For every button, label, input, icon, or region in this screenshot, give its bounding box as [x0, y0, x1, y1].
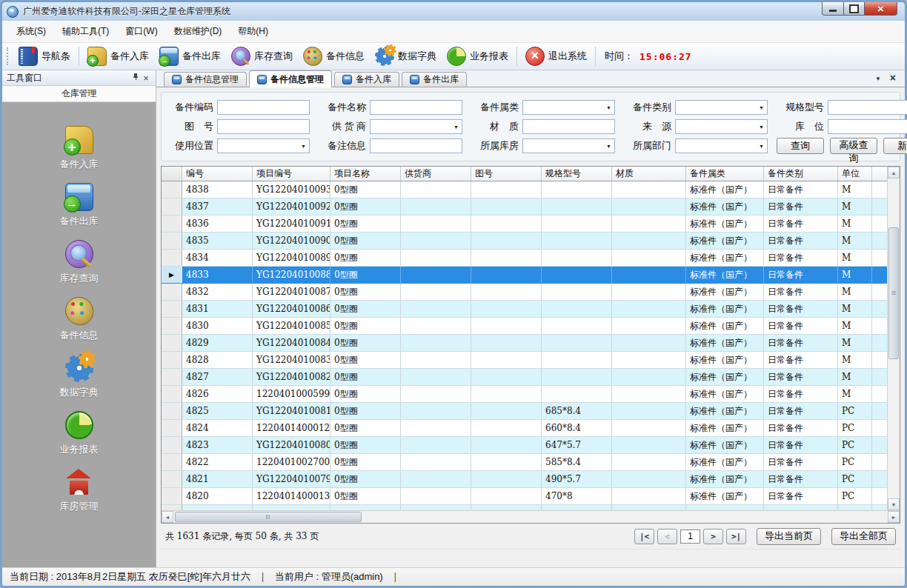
toolbar-button[interactable]: 备件信息 [298, 45, 370, 67]
v-scrollbar[interactable] [887, 167, 900, 510]
table-row[interactable]: 4831YG122040100860型圈标准件（国产）日常备件M [162, 301, 887, 318]
row-selector-cell[interactable] [162, 233, 182, 249]
table-row[interactable]: 4837YG122040100920型圈标准件（国产）日常备件M [162, 198, 887, 216]
toolbar-button[interactable]: 退出系统 [520, 45, 592, 67]
first-page-button[interactable]: |< [634, 529, 654, 544]
header-cell[interactable]: 项目编号 [253, 167, 330, 181]
header-cell[interactable]: 备件属类 [686, 167, 764, 181]
table-row[interactable]: 4825YG122040100810型圈685*8.4标准件（国产）日常备件PC [162, 403, 887, 420]
header-cell[interactable]: 材质 [612, 167, 686, 181]
table-row[interactable]: 482212204010027000型圈585*8.4标准件（国产）日常备件PC [162, 454, 887, 471]
table-row[interactable]: 482412204014000120型圈660*8.4标准件（国产）日常备件PC [162, 420, 887, 437]
table-row[interactable]: 4836YG122040100910型圈标准件（国产）日常备件M [162, 216, 887, 233]
row-selector-cell[interactable] [162, 420, 182, 436]
header-cell[interactable]: 项目名称 [330, 167, 401, 181]
row-selector-cell[interactable] [162, 386, 182, 402]
row-selector-cell[interactable] [162, 454, 182, 470]
header-cell[interactable]: 规格型号 [542, 167, 612, 181]
select-field[interactable] [675, 100, 768, 115]
row-selector-cell[interactable] [162, 198, 182, 215]
tab[interactable]: 备件出库 [402, 72, 467, 87]
row-selector-cell[interactable] [162, 369, 182, 385]
h-scroll-thumb[interactable] [175, 512, 362, 522]
select-field[interactable] [217, 138, 310, 153]
menu-item[interactable]: 数据维护(D) [166, 21, 230, 42]
table-row[interactable]: 4830YG122040100850型圈标准件（国产）日常备件M [162, 318, 887, 335]
header-cell[interactable]: 供货商 [401, 167, 471, 181]
select-field[interactable] [828, 100, 907, 115]
minimize-button[interactable] [822, 2, 844, 16]
row-selector-cell[interactable] [162, 284, 182, 300]
row-selector-cell[interactable] [162, 250, 182, 266]
table-row[interactable]: 482012204014000130型圈470*8标准件（国产）日常备件PC [162, 488, 887, 505]
last-page-button[interactable]: >| [726, 529, 746, 544]
tab[interactable]: 备件信息管理 [249, 70, 332, 87]
table-row[interactable]: 4833YG122040100880型圈标准件（国产）日常备件M [162, 267, 887, 284]
menu-item[interactable]: 系统(S) [8, 21, 54, 42]
new-button[interactable]: 新建 [883, 138, 907, 154]
next-page-button[interactable]: > [703, 529, 723, 544]
dropdown-arrow-icon[interactable] [451, 120, 462, 133]
table-row[interactable]: 482612204010005990型圈标准件（国产）日常备件M [162, 386, 887, 403]
sidebar-close-icon[interactable]: × [141, 73, 151, 84]
row-selector-cell[interactable] [162, 216, 182, 232]
toolbar-button[interactable]: 库存查询 [226, 45, 298, 67]
select-field[interactable] [522, 100, 615, 115]
text-field[interactable] [370, 138, 462, 153]
pin-icon[interactable] [130, 73, 141, 83]
h-scrollbar[interactable] [162, 510, 900, 523]
sidebar-item[interactable]: 库房管理 [60, 468, 99, 513]
toolbar-button[interactable]: 数据字典 [370, 45, 442, 67]
header-cell[interactable]: 单位 [838, 167, 872, 181]
export-current-page-button[interactable]: 导出当前页 [757, 528, 821, 545]
tab[interactable]: 备件信息管理 [164, 72, 247, 87]
table-row[interactable]: 4828YG122040100830型圈标准件（国产）日常备件M [162, 352, 887, 369]
sidebar-item[interactable]: 库存查询 [60, 240, 99, 285]
row-selector-cell[interactable] [162, 267, 182, 283]
table-row[interactable]: 4835YG122040100900型圈标准件（国产）日常备件M [162, 233, 887, 250]
table-row[interactable]: 4823YG122040100800型圈647*5.7标准件（国产）日常备件PC [162, 437, 887, 454]
text-field[interactable] [217, 100, 310, 115]
scroll-right-icon[interactable] [888, 511, 900, 523]
chevron-down-icon[interactable] [875, 73, 881, 83]
sidebar-item[interactable]: 数据字典 [60, 354, 99, 399]
toolbar-button[interactable]: 导航条 [13, 45, 76, 67]
v-scroll-thumb[interactable] [888, 227, 899, 359]
text-field[interactable] [522, 119, 615, 134]
sidebar-item[interactable]: 备件入库 [60, 126, 99, 171]
table-row[interactable]: 4829YG122040100840型圈标准件（国产）日常备件M [162, 335, 887, 352]
select-field[interactable] [370, 119, 462, 134]
text-field[interactable] [217, 119, 310, 134]
sidebar-item[interactable]: 备件信息 [60, 297, 99, 342]
row-selector-cell[interactable] [162, 471, 182, 487]
row-selector-cell[interactable] [162, 488, 182, 504]
scroll-up-icon[interactable] [888, 167, 900, 178]
select-field[interactable] [675, 138, 768, 153]
menu-item[interactable]: 窗口(W) [117, 21, 165, 42]
toolbar-button[interactable]: 业务报表 [442, 45, 514, 67]
dropdown-arrow-icon[interactable] [603, 101, 614, 114]
table-row[interactable]: 4838YG122040100930型圈标准件（国产）日常备件M [162, 181, 887, 198]
dropdown-arrow-icon[interactable] [298, 139, 309, 153]
query-button[interactable]: 查询 [777, 138, 824, 154]
row-selector-cell[interactable] [162, 335, 182, 351]
sidebar-item[interactable]: 备件出库 [60, 183, 99, 228]
table-row[interactable]: 4827YG122040100820型圈标准件（国产）日常备件M [162, 369, 887, 386]
scroll-down-icon[interactable] [888, 498, 900, 510]
text-field[interactable] [370, 100, 462, 115]
tab[interactable]: 备件入库 [334, 72, 399, 87]
row-selector-cell[interactable] [162, 403, 182, 419]
toolbar-grip[interactable] [7, 47, 10, 65]
select-field[interactable] [675, 119, 768, 134]
toolbar-button[interactable]: 备件出库 [154, 45, 226, 67]
menu-item[interactable]: 帮助(H) [230, 21, 276, 42]
table-row[interactable]: 4832YG122040100870型圈标准件（国产）日常备件M [162, 284, 887, 301]
toolbar-button[interactable]: 备件入库 [82, 45, 154, 67]
header-cell[interactable]: 图号 [471, 167, 542, 181]
row-selector-cell[interactable] [162, 437, 182, 453]
page-number-input[interactable] [680, 529, 700, 544]
header-cell[interactable]: 编号 [182, 167, 253, 181]
dropdown-arrow-icon[interactable] [603, 139, 614, 153]
maximize-button[interactable] [844, 2, 865, 16]
dropdown-arrow-icon[interactable] [756, 101, 767, 114]
